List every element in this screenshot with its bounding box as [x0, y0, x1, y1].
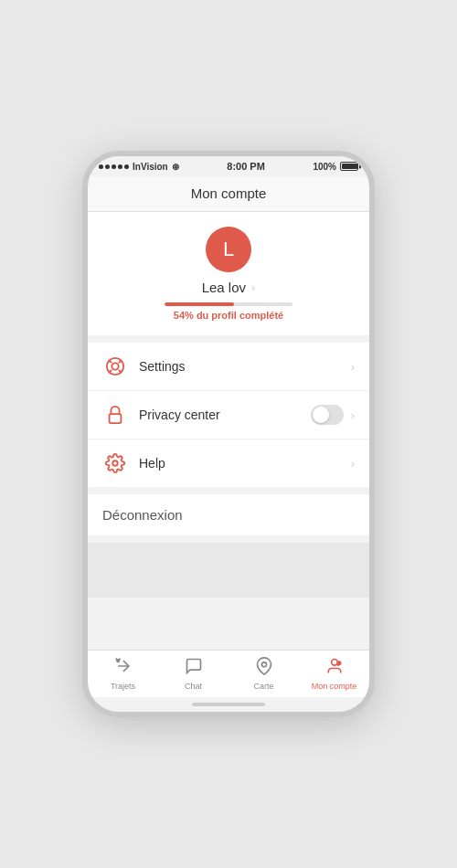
- deconnexion-button[interactable]: Déconnexion: [88, 494, 369, 535]
- svg-line-10: [115, 659, 118, 662]
- deconnexion-section: Déconnexion: [88, 494, 369, 535]
- svg-line-2: [110, 361, 112, 364]
- progress-percent: 54%: [174, 310, 194, 321]
- progress-bar: [165, 302, 292, 306]
- battery-fill: [342, 164, 357, 169]
- status-bar: InVision ⊛ 8:00 PM 100%: [88, 156, 369, 176]
- phone-shell: InVision ⊛ 8:00 PM 100% Mon compte L Lea…: [82, 151, 375, 717]
- help-chevron-icon: ›: [351, 457, 355, 471]
- privacy-label: Privacy center: [139, 408, 311, 422]
- carte-tab-label: Carte: [253, 682, 273, 691]
- signal-dot: [112, 164, 116, 169]
- tab-carte[interactable]: Carte: [228, 651, 299, 697]
- toggle-knob: [313, 407, 329, 423]
- progress-label: 54% du profil complété: [165, 310, 292, 321]
- help-label: Help: [139, 456, 351, 471]
- battery-icon: [340, 162, 358, 171]
- progress-text: du profil complété: [197, 310, 283, 321]
- profile-chevron-icon: ›: [251, 281, 255, 294]
- home-indicator: [88, 697, 369, 712]
- menu-item-help[interactable]: Help ›: [88, 439, 369, 487]
- menu-section: Settings › Privacy center ›: [88, 343, 369, 487]
- status-left: InVision ⊛: [99, 162, 179, 172]
- svg-line-4: [110, 370, 112, 373]
- privacy-toggle[interactable]: [311, 405, 344, 425]
- svg-line-5: [119, 361, 122, 364]
- gear-icon: [102, 450, 128, 476]
- wifi-icon: ⊛: [172, 162, 179, 172]
- tab-trajets[interactable]: Trajets: [88, 651, 158, 697]
- svg-point-13: [331, 660, 337, 666]
- signal-dot: [105, 164, 110, 169]
- svg-rect-6: [110, 414, 122, 423]
- menu-item-privacy[interactable]: Privacy center ›: [88, 391, 369, 439]
- signal-bars: [99, 164, 129, 169]
- profile-name-row[interactable]: Lea lov ›: [202, 280, 256, 295]
- tab-moncompte[interactable]: ! Mon compte: [299, 651, 369, 697]
- signal-dot: [118, 164, 122, 169]
- person-icon: !: [325, 657, 344, 680]
- trajets-tab-label: Trajets: [111, 682, 135, 691]
- lock-icon: [102, 402, 128, 428]
- settings-chevron-icon: ›: [351, 360, 355, 374]
- chat-tab-label: Chat: [185, 682, 202, 691]
- moncompte-tab-label: Mon compte: [312, 682, 357, 691]
- page-title: Mon compte: [191, 185, 267, 201]
- profile-name-text: Lea lov: [202, 280, 246, 295]
- gray-spacer: [88, 543, 369, 598]
- svg-line-3: [119, 370, 122, 373]
- signal-dot: [124, 164, 129, 169]
- phone-screen: InVision ⊛ 8:00 PM 100% Mon compte L Lea…: [88, 156, 369, 712]
- progress-fill: [165, 302, 234, 306]
- status-right: 100%: [313, 162, 358, 172]
- chat-icon: [185, 657, 203, 680]
- signal-dot: [99, 164, 103, 169]
- page-header: Mon compte: [88, 176, 369, 212]
- profile-section[interactable]: L Lea lov › 54% du profil complété: [88, 212, 369, 335]
- lifebuoy-icon: [102, 354, 128, 379]
- home-bar: [192, 703, 265, 706]
- tab-bar: Trajets Chat Carte: [88, 650, 369, 697]
- settings-label: Settings: [139, 359, 351, 374]
- profile-progress: 54% du profil complété: [165, 302, 292, 321]
- privacy-chevron-icon: ›: [351, 408, 355, 422]
- menu-item-settings[interactable]: Settings ›: [88, 343, 369, 391]
- svg-point-7: [112, 460, 118, 466]
- content-area: L Lea lov › 54% du profil complété: [88, 212, 369, 650]
- wand-icon: [114, 657, 133, 680]
- status-time: 8:00 PM: [227, 161, 265, 172]
- svg-text:!: !: [337, 662, 338, 666]
- svg-line-11: [118, 659, 121, 662]
- avatar[interactable]: L: [206, 227, 251, 272]
- battery-label: 100%: [313, 162, 336, 172]
- svg-point-12: [261, 662, 266, 667]
- tab-chat[interactable]: Chat: [158, 651, 228, 697]
- carrier-label: InVision: [133, 162, 168, 172]
- map-icon: [255, 657, 273, 680]
- svg-point-1: [112, 363, 118, 369]
